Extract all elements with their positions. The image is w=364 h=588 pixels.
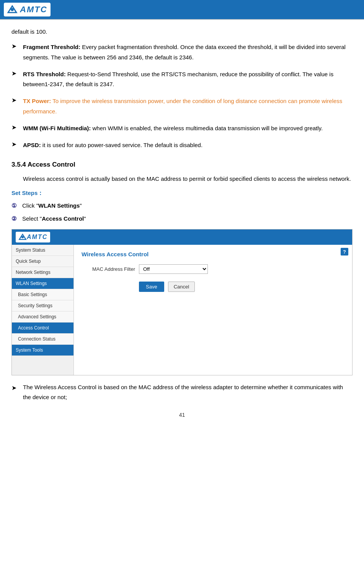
bullet-wmm: ➤ WMM (Wi-Fi Multimedia): when WMM is en…: [11, 123, 353, 133]
router-ui-main-panel: ? Wireless Access Control MAC Address Fi…: [74, 245, 352, 375]
step-1-num: ①: [11, 201, 22, 211]
step-2-num: ②: [11, 214, 22, 224]
sidebar-item-connection-status[interactable]: Connection Status: [12, 334, 73, 345]
step-2-bold: Access Control: [42, 215, 84, 222]
bullet-arrow-2: ➤: [11, 70, 18, 77]
router-ui-logo-text: AMTC: [27, 234, 47, 241]
sidebar-item-quick-setup[interactable]: Quick Setup: [12, 256, 73, 267]
bullet-text-bottom: The Wireless Access Control is based on …: [23, 382, 353, 403]
bullet-label-wmm: WMM (Wi-Fi Multimedia):: [23, 125, 91, 131]
set-steps-label: Set Steps：: [11, 190, 353, 197]
bullet-body-tx: To improve the wireless transmission pow…: [23, 98, 342, 114]
mac-filter-select[interactable]: Off Allow Deny: [139, 264, 208, 274]
sidebar-item-system-status[interactable]: System Status: [12, 245, 73, 256]
header-bar: AMTC: [0, 0, 364, 20]
header-logo-text: AMTC: [20, 5, 47, 15]
amtc-logo-icon: [7, 4, 18, 15]
router-ui-body: System Status Quick Setup Network Settin…: [12, 245, 352, 375]
bottom-bullet-wac: ➤ The Wireless Access Control is based o…: [11, 382, 353, 403]
bullet-tx-power: ➤ TX Power: To improve the wireless tran…: [11, 96, 353, 116]
router-ui-screenshot: AMTC System Status Quick Setup Network S…: [11, 229, 353, 375]
bullet-arrow-5: ➤: [11, 141, 18, 148]
bullet-body-bottom: The Wireless Access Control is based on …: [23, 384, 343, 400]
save-button[interactable]: Save: [139, 282, 164, 292]
bullet-text-tx: TX Power: To improve the wireless transm…: [23, 96, 353, 116]
bullet-fragment-threshold: ➤ Fragment Threshold: Every packet fragm…: [11, 42, 353, 62]
bullet-body-rts: Request-to-Send Threshold, use the RTS/C…: [23, 71, 333, 87]
sidebar-item-access-control[interactable]: Access Control: [12, 323, 73, 334]
router-ui-logo-icon: [18, 233, 27, 241]
mac-filter-label: MAC Address Filter: [82, 266, 135, 272]
bullet-text-rts: RTS Threshold: Request-to-Send Threshold…: [23, 69, 353, 90]
sidebar-item-network-settings[interactable]: Network Settings: [12, 267, 73, 278]
sidebar-item-security-settings[interactable]: Security Settings: [12, 300, 73, 311]
step-1-bold: WLAN Settings: [38, 202, 80, 209]
bullet-apsd: ➤ APSD: it is used for auto power-saved …: [11, 140, 353, 150]
form-buttons: Save Cancel: [139, 282, 344, 292]
router-ui-sidebar: System Status Quick Setup Network Settin…: [12, 245, 74, 375]
bullet-arrow-4: ➤: [11, 124, 18, 131]
step-2-text: Select "Access Control": [22, 214, 353, 224]
step-1-text: Click "WLAN Settings": [22, 201, 353, 211]
bullet-label-tx: TX Power:: [23, 98, 51, 104]
bullet-rts-threshold: ➤ RTS Threshold: Request-to-Send Thresho…: [11, 69, 353, 90]
svg-point-1: [11, 8, 14, 11]
router-ui-logo-box: AMTC: [16, 232, 50, 242]
page-number: 41: [11, 412, 353, 418]
step-2: ② Select "Access Control": [11, 214, 353, 224]
bullet-text-apsd: APSD: it is used for auto power-saved se…: [23, 140, 353, 150]
panel-title: Wireless Access Control: [82, 251, 344, 257]
bullet-arrow-3: ➤: [11, 97, 18, 104]
header-logo-box: AMTC: [4, 3, 51, 16]
sidebar-item-basic-settings[interactable]: Basic Settings: [12, 289, 73, 300]
bullet-arrow-1: ➤: [11, 43, 18, 50]
sidebar-item-advanced-settings[interactable]: Advanced Settings: [12, 311, 73, 323]
sidebar-item-wlan-settings[interactable]: WLAN Settings: [12, 278, 73, 289]
bullet-label-fragment: Fragment Threshold:: [23, 44, 80, 50]
svg-point-3: [21, 236, 24, 238]
bullet-body-apsd: it is used for auto power-saved service.…: [41, 142, 202, 148]
bullet-text-fragment: Fragment Threshold: Every packet fragmen…: [23, 42, 353, 62]
mac-filter-row: MAC Address Filter Off Allow Deny: [82, 264, 344, 274]
sidebar-item-system-tools[interactable]: System Tools: [12, 345, 73, 356]
cancel-button[interactable]: Cancel: [168, 282, 195, 292]
bullet-body-wmm: when WMM is enabled, the wireless multim…: [91, 125, 323, 131]
bullet-label-rts: RTS Threshold:: [23, 71, 66, 77]
section-heading-access-control: 3.5.4 Access Control: [11, 161, 353, 169]
help-icon[interactable]: ?: [341, 248, 348, 256]
step-1: ① Click "WLAN Settings": [11, 201, 353, 211]
bullet-label-apsd: APSD:: [23, 142, 41, 148]
default-value-note: default is 100.: [11, 27, 353, 37]
router-ui-header: AMTC: [12, 229, 352, 245]
bullet-text-wmm: WMM (Wi-Fi Multimedia): when WMM is enab…: [23, 123, 353, 133]
main-content: default is 100. ➤ Fragment Threshold: Ev…: [0, 20, 364, 425]
intro-paragraph: Wireless access control is actually base…: [23, 174, 353, 184]
bullet-arrow-bottom: ➤: [11, 383, 18, 393]
